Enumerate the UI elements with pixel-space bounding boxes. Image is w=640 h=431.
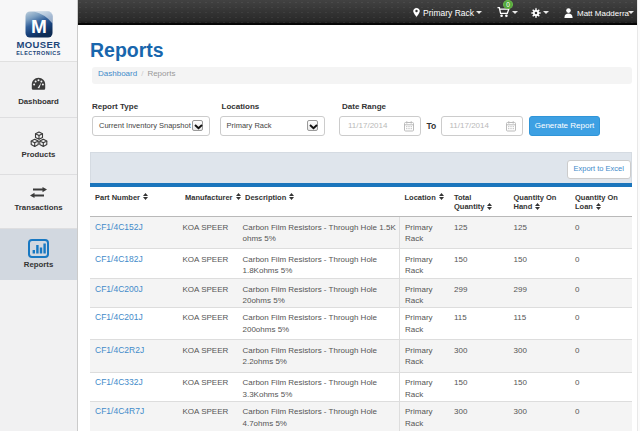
- svg-text:M: M: [31, 16, 47, 37]
